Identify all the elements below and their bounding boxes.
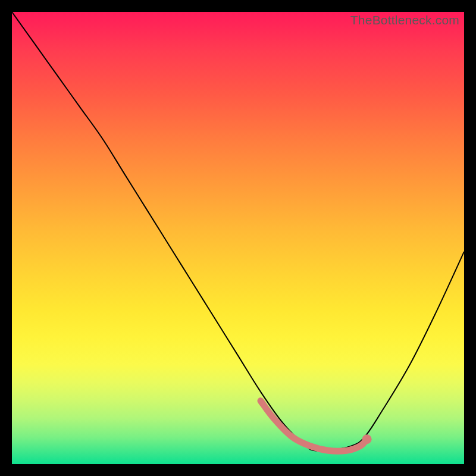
bottleneck-curve xyxy=(12,12,464,451)
optimum-end-dot xyxy=(362,434,372,444)
plot-area: TheBottleneck.com xyxy=(12,12,464,464)
curve-svg xyxy=(12,12,464,464)
optimum-range-marker xyxy=(261,401,367,452)
chart-frame: TheBottleneck.com xyxy=(0,0,476,476)
